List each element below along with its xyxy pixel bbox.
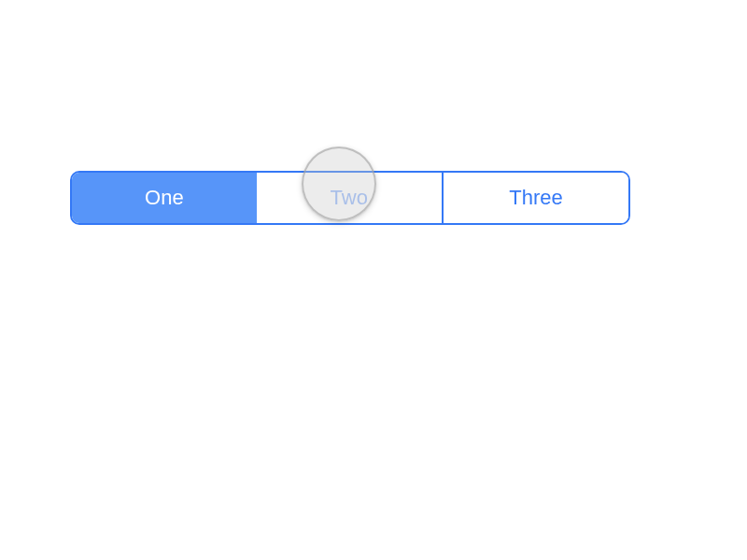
segmented-control[interactable]: One Two Three <box>70 171 630 225</box>
segment-three[interactable]: Three <box>444 173 628 223</box>
segment-label: Two <box>331 186 368 210</box>
segment-two[interactable]: Two <box>257 173 443 223</box>
segment-label: One <box>145 186 184 210</box>
segment-label: Three <box>509 186 562 210</box>
segment-one[interactable]: One <box>72 173 257 223</box>
